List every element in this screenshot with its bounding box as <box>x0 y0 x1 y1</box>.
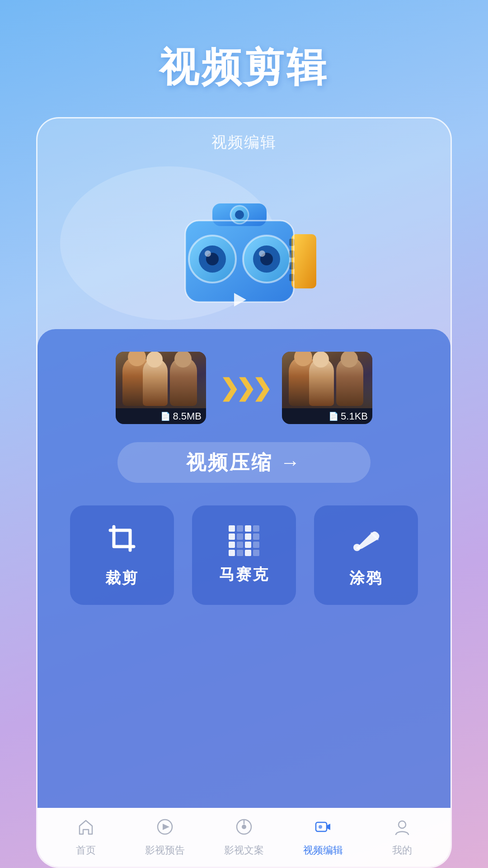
paint-icon <box>350 522 382 560</box>
hero-area <box>38 157 450 329</box>
script-tab-label: 影视文案 <box>224 844 264 857</box>
mosaic-cell <box>253 525 259 532</box>
trailer-tab-icon <box>156 818 174 840</box>
mosaic-cell <box>237 533 243 540</box>
svg-point-26 <box>319 825 322 829</box>
tab-mine[interactable]: 我的 <box>362 818 441 857</box>
home-tab-icon <box>77 818 95 840</box>
editor-tab-icon <box>314 818 332 840</box>
after-people-image <box>282 352 372 408</box>
svg-point-8 <box>259 250 265 257</box>
svg-rect-13 <box>291 234 316 288</box>
mine-tab-label: 我的 <box>392 844 412 857</box>
file-icon-after: 📄 <box>328 411 338 421</box>
main-card: 视频编辑 <box>36 117 452 868</box>
tab-script[interactable]: 影视文案 <box>205 818 284 857</box>
svg-point-23 <box>242 825 246 829</box>
person-right-2 <box>336 357 363 406</box>
compress-button[interactable]: 视频压缩 → <box>117 442 371 483</box>
mosaic-cell <box>253 533 259 540</box>
before-size-label: 📄 8.5MB <box>116 408 206 424</box>
card-header-label: 视频编辑 <box>38 118 450 157</box>
svg-point-27 <box>399 821 406 828</box>
mosaic-icon <box>229 525 259 556</box>
crop-label: 裁剪 <box>105 568 139 589</box>
before-thumbnail: 📄 8.5MB <box>116 352 206 424</box>
mosaic-cell <box>245 550 251 556</box>
crop-icon <box>106 522 138 560</box>
after-thumbnail: 📄 5.1KB <box>282 352 372 424</box>
paint-tool-button[interactable]: 涂鸦 <box>314 505 418 605</box>
page-title: 视频剪辑 <box>159 41 329 94</box>
blue-panel: 📄 8.5MB ❯❯❯ 📄 5.1KB 视频压缩 → <box>38 329 450 808</box>
mosaic-cell <box>245 542 251 548</box>
mosaic-cell <box>253 550 259 556</box>
mosaic-cell <box>245 525 251 532</box>
paint-label: 涂鸦 <box>349 568 383 589</box>
mosaic-cell <box>229 550 235 556</box>
mosaic-cell <box>229 533 235 540</box>
after-size-label: 📄 5.1KB <box>282 408 372 424</box>
mosaic-label: 马赛克 <box>219 564 269 585</box>
person-right <box>170 357 197 406</box>
home-tab-label: 首页 <box>76 844 96 857</box>
person-mid <box>143 359 168 406</box>
editor-tab-label: 视频编辑 <box>303 844 343 857</box>
person-mid-2 <box>309 359 334 406</box>
crop-tool-button[interactable]: 裁剪 <box>70 505 174 605</box>
tab-trailer[interactable]: 影视预告 <box>126 818 205 857</box>
mosaic-cell <box>237 550 243 556</box>
mosaic-cell <box>237 525 243 532</box>
mosaic-tool-button[interactable]: 马赛克 <box>192 505 296 605</box>
compress-arrow: ❯❯❯ <box>220 374 268 401</box>
mosaic-cell <box>237 542 243 548</box>
mosaic-cell <box>245 533 251 540</box>
trailer-tab-label: 影视预告 <box>145 844 185 857</box>
mosaic-cell <box>229 525 235 532</box>
mine-tab-icon <box>393 818 411 840</box>
mosaic-cell <box>253 542 259 548</box>
compress-demo-row: 📄 8.5MB ❯❯❯ 📄 5.1KB <box>116 352 372 424</box>
svg-marker-21 <box>163 824 169 830</box>
svg-point-19 <box>353 544 361 551</box>
mosaic-cell <box>229 542 235 548</box>
tab-editor[interactable]: 视频编辑 <box>283 818 362 857</box>
tools-row: 裁剪 <box>70 505 418 605</box>
file-icon-before: 📄 <box>160 411 170 421</box>
tab-home[interactable]: 首页 <box>47 818 126 857</box>
tab-bar: 首页 影视预告 影视文案 <box>38 808 450 867</box>
script-tab-icon <box>235 818 253 840</box>
camera-mascot <box>167 171 321 316</box>
before-people-image <box>116 352 206 408</box>
svg-point-11 <box>235 210 244 219</box>
svg-point-4 <box>205 250 211 257</box>
